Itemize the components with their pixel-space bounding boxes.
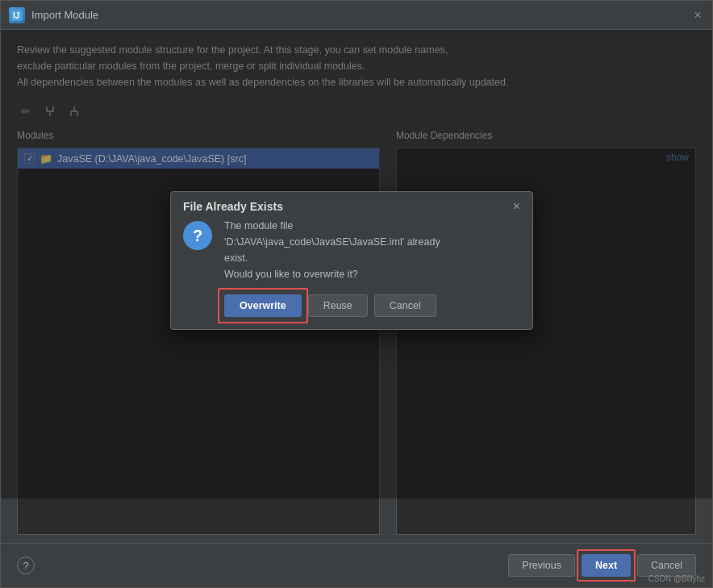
dialog-question-icon: ?	[183, 221, 212, 250]
dialog-title: File Already Exists	[183, 200, 283, 213]
previous-button[interactable]: Previous	[508, 554, 575, 577]
cancel-dialog-button[interactable]: Cancel	[374, 294, 436, 317]
next-button[interactable]: Next	[582, 554, 631, 577]
svg-text:IJ: IJ	[13, 11, 19, 20]
bottom-left: ?	[17, 557, 508, 574]
title-bar: IJ Import Module ×	[1, 1, 712, 30]
app-icon: IJ	[9, 7, 25, 23]
bottom-bar: ? Previous Next Cancel	[1, 543, 712, 587]
file-exists-dialog: File Already Exists × ? The module file …	[170, 191, 533, 330]
dialog-body: ? The module file 'D:\JAVA\java_code\Jav…	[171, 218, 532, 294]
close-icon[interactable]: ×	[691, 9, 704, 22]
dialog-actions: Overwrite Reuse Cancel	[171, 294, 532, 329]
dialog-message: The module file 'D:\JAVA\java_code\JavaS…	[224, 218, 520, 282]
dialog-title-bar: File Already Exists ×	[171, 192, 532, 218]
next-highlight: Next	[582, 554, 631, 577]
main-content: Review the suggested module structure fo…	[1, 30, 712, 543]
bottom-right: Previous Next Cancel	[508, 554, 696, 577]
reuse-button[interactable]: Reuse	[308, 294, 368, 317]
cancel-button[interactable]: Cancel	[637, 554, 696, 577]
window-title: Import Module	[31, 9, 691, 21]
overwrite-button[interactable]: Overwrite	[224, 294, 302, 317]
help-button[interactable]: ?	[17, 557, 35, 574]
dialog-close-icon[interactable]: ×	[513, 200, 520, 213]
main-window: IJ Import Module × Review the suggested …	[0, 0, 713, 588]
watermark: CSDN @Billyhz	[648, 574, 705, 583]
overwrite-highlight: Overwrite	[224, 294, 302, 317]
